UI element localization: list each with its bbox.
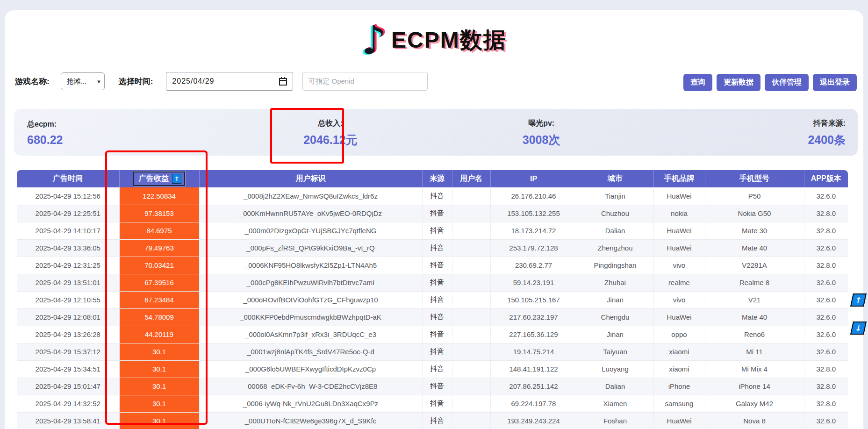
date-input[interactable]: 2025/04/29 [166,72,293,91]
cell-phone-model: Mi 11 [705,343,804,360]
table-row: 2025-04-29 15:37:1230.1_0001wzj8nlApTK4f… [17,343,848,360]
main-card: ♪ ECPM数据 游戏名称: 抢滩... ▾ 选择时间: 2025/04/29 … [5,10,863,429]
cell-ip: 150.105.215.167 [490,291,577,308]
column-header-ad-time: 广告时间 [17,170,119,187]
cell-username [452,378,490,395]
cell-phone-brand: vivo [653,291,705,308]
query-button[interactable]: 查询 [683,74,712,91]
cell-phone-brand: oppo [653,326,705,343]
cell-ad-time: 2025-04-29 13:26:28 [17,326,119,343]
stat-label: 抖音来源: [647,119,846,129]
time-label: 选择时间: [119,76,153,87]
cell-user-id: _0008j2hZ2XEaw_NmwSQ8uIZwkcs_ldr6z [199,187,422,205]
cell-app-version: 32.8.0 [804,222,848,239]
cell-app-version: 32.8.0 [804,378,848,395]
sort-ascending-icon[interactable]: ↑ [172,174,181,184]
cell-ad-revenue: 30.1 [119,360,199,378]
cell-user-id: _000oROvIfBOtViOohfGTzG_CFhguwzp10 [199,291,422,308]
stat-value: 3008次 [436,132,647,148]
openid-input[interactable]: 可指定 Openid [302,72,428,91]
cell-phone-model: Mate 40 [705,239,804,257]
table-row: 2025-04-29 14:32:5230.1_0006-iyWq-Nk_rVn… [17,395,848,412]
cell-ip: 193.249.243.224 [490,412,577,429]
game-select[interactable]: 抢滩... ▾ [61,72,105,90]
cell-user-id: _000UTIoN-fCI82We6ge396g7X_d_S9Kfc [199,412,422,429]
sort-control[interactable]: 广告收益 ↑ [133,172,185,186]
cell-user-id: _0001wzj8nlApTK4fs_SrdV47Re5oc-Q-d [199,343,422,360]
table-row: 2025-04-29 15:34:5130.1_000G6lo5UWBEFXwy… [17,360,848,378]
cell-ad-time: 2025-04-29 12:08:01 [17,308,119,326]
scroll-up-button[interactable]: ↑ [850,293,867,307]
game-name-label: 游戏名称: [15,76,50,87]
table-row: 2025-04-29 12:31:2570.03421_0006KNF95HO8… [17,257,848,274]
app-logo: ♪ ECPM数据 [5,17,863,64]
cell-ad-revenue: 67.23484 [119,291,199,308]
cell-user-id: _000m02DIzgxOpGt-YUjSBGJYc7qtfleNG [199,222,422,239]
scroll-down-button[interactable]: ↓ [850,322,867,335]
column-header-ad-revenue: 广告收益 ↑ [119,170,199,187]
stat-total-revenue: 总收入: 2046.12元 [225,117,436,148]
cell-city: Zhuhai [577,274,653,291]
table-row: 2025-04-29 13:58:4130.1_000UTIoN-fCI82We… [17,412,848,429]
cell-city: Xiamen [577,395,653,412]
column-header-city: 城市 [577,170,653,187]
cell-phone-brand: HuaWei [653,412,705,429]
stat-exposure-pv: 曝光pv: 3008次 [436,117,647,148]
table-row: 2025-04-29 15:12:56122.50834_0008j2hZ2XE… [17,187,848,205]
cell-user-id: _0006-iyWq-Nk_rVnU2Gu8LDn3XaqCx9Pz [199,395,422,412]
cell-city: Jinan [577,291,653,308]
cell-phone-model: V2281A [705,257,804,274]
cell-city: Zhengzhou [577,239,653,257]
cell-ad-revenue: 44.20119 [119,326,199,343]
table-header: 广告时间 广告收益 ↑ 用户标识 来源 用户名 IP 城市 手机品牌 手机型号 … [17,170,848,187]
calendar-icon[interactable] [279,77,287,86]
cell-ad-time: 2025-04-29 15:12:56 [17,187,119,205]
cell-username [452,308,490,326]
cell-app-version: 32.6.0 [804,308,848,326]
cell-source: 抖音 [422,395,452,412]
cell-phone-brand: HuaWei [653,187,705,205]
table-row: 2025-04-29 12:25:5197.38153_000KmHwnnRU5… [17,205,848,222]
column-header-user-id: 用户标识 [199,170,422,187]
cell-city: Tianjin [577,187,653,205]
stat-value: 680.22 [27,133,225,147]
cell-phone-brand: HuaWei [653,308,705,326]
cell-ad-time: 2025-04-29 15:01:47 [17,378,119,395]
cell-app-version: 32.6.0 [804,187,848,205]
date-value: 2025/04/29 [172,77,214,86]
stats-panel: 总ecpm: 680.22 总收入: 2046.12元 曝光pv: 3008次 … [14,109,858,156]
table-row: 2025-04-29 15:01:4730.1_00068_eDK-Fv-6h_… [17,378,848,395]
cell-ad-revenue: 84.6975 [119,222,199,239]
partner-manage-button[interactable]: 伙伴管理 [765,74,809,91]
cell-ad-revenue: 122.50834 [119,187,199,205]
refresh-data-button[interactable]: 更新数据 [717,74,760,91]
column-header-app-version: APP版本 [804,170,848,187]
column-header-username: 用户名 [452,170,490,187]
logout-button[interactable]: 退出登录 [813,74,857,91]
page-title: ECPM数据 [391,25,507,55]
sort-label: 广告收益 [139,174,169,184]
cell-app-version: 32.6.0 [804,326,848,343]
cell-username [452,326,490,343]
cell-source: 抖音 [422,326,452,343]
cell-phone-brand: xiaomi [653,360,705,378]
cell-ip: 253.179.72.128 [490,239,577,257]
cell-username [452,187,490,205]
cell-ad-revenue: 30.1 [119,395,199,412]
filter-bar: 游戏名称: 抢滩... ▾ 选择时间: 2025/04/29 可指定 Openi… [15,71,428,92]
cell-ad-revenue: 79.49763 [119,239,199,257]
cell-ad-time: 2025-04-29 12:10:55 [17,291,119,308]
cell-username [452,395,490,412]
cell-phone-brand: realme [653,274,705,291]
cell-username [452,239,490,257]
cell-source: 抖音 [422,378,452,395]
cell-user-id: _000KKFP0ebdPmuscmdwgkbBWzhpqtD-aK [199,308,422,326]
cell-source: 抖音 [422,343,452,360]
openid-placeholder: 可指定 Openid [308,77,354,86]
cell-phone-brand: vivo [653,257,705,274]
cell-ad-time: 2025-04-29 12:25:51 [17,205,119,222]
cell-ad-time: 2025-04-29 13:51:01 [17,274,119,291]
cell-username [452,360,490,378]
cell-phone-model: Mi Mix 4 [705,360,804,378]
cell-username [452,412,490,429]
